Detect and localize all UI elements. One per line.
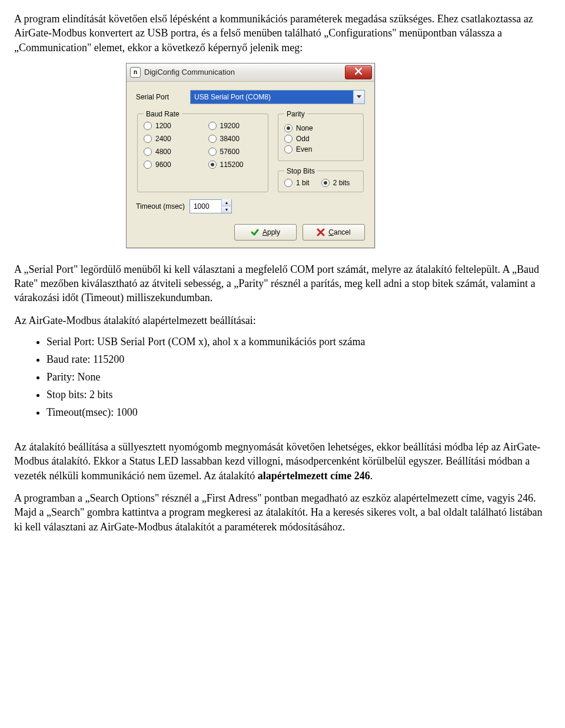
parity-label: None (296, 124, 313, 132)
parity-option-odd[interactable]: Odd (284, 135, 357, 143)
cancel-label: Cancel (328, 228, 350, 236)
radio-icon (284, 145, 293, 153)
titlebar: n DigiConfig Communication (127, 64, 374, 82)
list-item: Timeout(msec): 1000 (46, 406, 551, 419)
baud-rate-group: Baud Rate 1200 19200 2400 38400 4800 576… (137, 110, 268, 192)
baud-option-1200[interactable]: 1200 (144, 122, 198, 130)
bold-default-addr: alapértelmezett címe 246 (258, 470, 370, 482)
baud-label: 115200 (220, 161, 244, 169)
list-item: Stop bits: 2 bits (46, 389, 551, 401)
button-row: Apply Cancel (136, 224, 365, 241)
check-icon (251, 228, 259, 236)
baud-option-38400[interactable]: 38400 (208, 135, 262, 143)
timeout-row: Timeout (msec) 1000 ▲ ▼ (136, 199, 365, 213)
radio-icon (208, 135, 217, 143)
stop-option-1bit[interactable]: 1 bit (284, 179, 310, 187)
serial-port-dropdown[interactable]: USB Serial Port (COM8) (190, 90, 365, 104)
list-item: Baud rate: 115200 (46, 353, 551, 366)
baud-option-57600[interactable]: 57600 (208, 148, 262, 156)
radio-icon (284, 179, 293, 187)
stop-bits-group: Stop Bits 1 bit 2 bits (278, 167, 364, 192)
paragraph-intro: A program elindítását követően első lépé… (14, 12, 551, 55)
baud-option-2400[interactable]: 2400 (144, 135, 198, 143)
stop-label: 2 bits (333, 179, 350, 187)
serial-port-value: USB Serial Port (COM8) (191, 91, 353, 103)
radio-icon (321, 179, 330, 187)
apply-label: Apply (262, 228, 280, 236)
baud-option-9600[interactable]: 9600 (144, 161, 198, 169)
dialog-title: DigiConfig Communication (144, 68, 235, 76)
baud-label: 4800 (155, 148, 171, 156)
parity-label: Even (296, 145, 312, 153)
timeout-spinner[interactable]: 1000 ▲ ▼ (190, 199, 232, 213)
radio-icon (208, 148, 217, 156)
radio-icon (284, 135, 293, 143)
baud-label: 1200 (155, 122, 171, 130)
spin-up-icon[interactable]: ▲ (222, 199, 231, 206)
baud-option-4800[interactable]: 4800 (144, 148, 198, 156)
close-icon (355, 68, 362, 76)
radio-icon (144, 148, 152, 156)
paragraph-search: A programban a „Search Options" résznél … (14, 491, 551, 534)
spinner-buttons[interactable]: ▲ ▼ (221, 199, 231, 213)
baud-label: 2400 (155, 135, 171, 143)
baud-label: 57600 (220, 148, 240, 156)
stop-bits-legend: Stop Bits (284, 167, 317, 175)
timeout-value: 1000 (190, 202, 221, 211)
cancel-button[interactable]: Cancel (303, 224, 365, 241)
parity-group: Parity None Odd Even (278, 110, 364, 161)
baud-rate-legend: Baud Rate (144, 110, 182, 118)
serial-port-label: Serial Port (136, 93, 190, 101)
close-button[interactable] (345, 65, 372, 79)
serial-port-row: Serial Port USB Serial Port (COM8) (136, 90, 365, 104)
parity-legend: Parity (284, 110, 307, 118)
defaults-list: Serial Port: USB Serial Port (COM x), ah… (14, 336, 551, 419)
dialog-screenshot: n DigiConfig Communication Serial Port U… (126, 63, 551, 248)
radio-icon (208, 161, 217, 169)
chevron-down-icon (353, 91, 364, 103)
dialog-window: n DigiConfig Communication Serial Port U… (126, 63, 375, 248)
baud-label: 9600 (155, 161, 171, 169)
paragraph-defaults-intro: Az AirGate-Modbus átalakító alapértelmez… (14, 313, 551, 328)
paragraph-serial: A „Serial Port" legördülő menüből ki kel… (14, 262, 551, 305)
parity-label: Odd (296, 135, 310, 143)
app-icon: n (130, 67, 141, 78)
baud-option-115200[interactable]: 115200 (208, 161, 262, 169)
radio-icon (144, 135, 152, 143)
x-icon (317, 228, 325, 236)
radio-icon (144, 161, 152, 169)
radio-icon (284, 124, 293, 132)
list-item: Parity: None (46, 371, 551, 383)
baud-label: 19200 (220, 122, 240, 130)
apply-button[interactable]: Apply (234, 224, 297, 241)
stop-option-2bits[interactable]: 2 bits (321, 179, 350, 187)
parity-option-even[interactable]: Even (284, 145, 357, 153)
spin-down-icon[interactable]: ▼ (222, 206, 231, 213)
baud-label: 38400 (220, 135, 240, 143)
radio-icon (144, 122, 152, 130)
dialog-body: Serial Port USB Serial Port (COM8) Baud … (127, 82, 374, 248)
radio-icon (208, 122, 217, 130)
stop-label: 1 bit (296, 179, 310, 187)
paragraph-setup: Az átalakító beállítása a süllyesztett n… (14, 440, 551, 483)
parity-option-none[interactable]: None (284, 124, 357, 132)
list-item: Serial Port: USB Serial Port (COM x), ah… (46, 336, 551, 348)
baud-option-19200[interactable]: 19200 (208, 122, 262, 130)
timeout-label: Timeout (msec) (136, 202, 185, 211)
